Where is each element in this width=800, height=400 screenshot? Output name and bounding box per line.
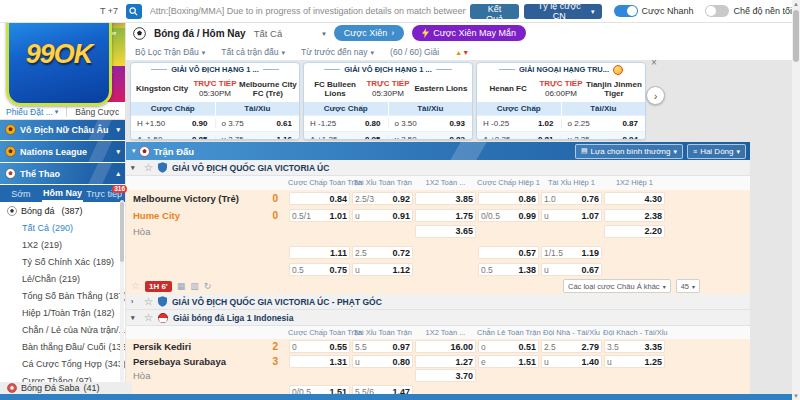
match-card[interactable]: GIẢI VÔ ĐỊCH HẠNG 1 ... Kingston City TR… xyxy=(130,62,300,140)
sidebar-section-sports[interactable]: Thể Thao ▴ xyxy=(0,163,125,185)
sort-icon[interactable]: ▲▼ xyxy=(455,47,469,57)
odds-cell[interactable]: o0.51 xyxy=(478,340,539,353)
more-bets-count-dropdown[interactable]: 45 ▾ xyxy=(676,279,700,293)
odds-row[interactable]: A +0.250.81 u 2.250.94 xyxy=(477,131,645,140)
sidebar-item-1x2[interactable]: 1X2(219) xyxy=(0,236,125,253)
match-filter-dropdown[interactable]: Bộ Lọc Trận Đấu▾ xyxy=(135,47,205,57)
rows-mode-dropdown[interactable]: ≡ Hai Dòng ▾ xyxy=(687,144,746,159)
chart-icon[interactable]: ▥ xyxy=(190,281,199,291)
sidebar-section-nations-league[interactable]: Nations League ▾ xyxy=(0,141,125,163)
favorite-star-icon[interactable]: ☆ xyxy=(131,281,140,291)
odds-cell[interactable]: 0.51.38 xyxy=(478,263,539,276)
odds-cell[interactable]: 16.00 xyxy=(415,340,476,353)
quick-bet-toggle[interactable]: Cược Nhanh xyxy=(614,5,694,17)
subtab-live[interactable]: Trực tiếp 316 xyxy=(83,185,125,202)
subtab-today[interactable]: Hôm Nay xyxy=(42,185,84,202)
chevron-down-icon[interactable]: ▾ xyxy=(131,314,139,322)
league-header-liga1-indonesia[interactable]: ▾ ☆ Giải bóng đá Liga 1 Indonesia xyxy=(125,310,750,326)
all-matches-dropdown[interactable]: Tất cả trận đấu▾ xyxy=(221,47,285,57)
odds-cell[interactable]: u0.67 xyxy=(541,263,602,276)
favorite-star-icon[interactable]: ☆ xyxy=(144,297,153,307)
favorite-star-icon[interactable]: ☆ xyxy=(144,313,153,323)
odds-cell[interactable]: 1.27 xyxy=(415,355,476,368)
odds-cell[interactable]: 5.50.97 xyxy=(352,340,413,353)
scroll-up-icon[interactable]: ▲ xyxy=(792,1,800,7)
odds-cell[interactable]: 2.20 xyxy=(604,225,665,238)
match-card[interactable]: GIẢI NGOẠI HẠNG TRU... Henan FC TRỰC TIẾ… xyxy=(476,62,646,140)
chevron-down-icon[interactable]: ▾ xyxy=(132,147,136,155)
odds-cell[interactable]: 2.50.72 xyxy=(352,246,413,259)
sidebar-item-first-last-goal[interactable]: Bàn thắng Đầu/ Cuối(133) xyxy=(0,338,125,355)
favorite-star-icon[interactable]: ☆ xyxy=(144,163,153,173)
odds-cell[interactable]: 0.84 xyxy=(289,192,350,205)
sidebar-item-odd-even[interactable]: Lẻ/Chẵn(219) xyxy=(0,270,125,287)
odds-cell[interactable]: u1.07 xyxy=(541,209,602,222)
dark-mode-toggle[interactable]: Chế độ nền tối xyxy=(705,5,792,17)
sidebar-item-saba-soccer[interactable]: Bóng Đá Saba (41) xyxy=(0,382,132,394)
parlay-button[interactable]: Cược Xiên › xyxy=(334,25,404,41)
close-icon[interactable]: × xyxy=(651,57,657,68)
more-bets-dropdown[interactable]: Các loại cược Châu Á khác ▾ xyxy=(563,279,671,293)
odds-row[interactable]: A -1.500.85 u 3.751.16 xyxy=(131,131,299,140)
odds-cell[interactable]: u1.25 xyxy=(604,355,665,368)
odds-cell[interactable]: u1.12 xyxy=(352,263,413,276)
chevron-down-icon[interactable]: ▾ xyxy=(131,164,139,172)
odds-cell[interactable]: 2.52.79 xyxy=(541,340,602,353)
odds-cell[interactable]: 3.53.35 xyxy=(604,340,665,353)
sidebar-item-all[interactable]: Tất Cả(290) xyxy=(0,219,125,236)
odds-cell[interactable]: 1.31 xyxy=(289,355,350,368)
league-filter-select[interactable]: Tất Cả ▾ xyxy=(254,28,326,39)
odds-cell[interactable]: u0.91 xyxy=(352,209,413,222)
search-button[interactable] xyxy=(126,4,142,19)
scroll-down-icon[interactable]: ▼ xyxy=(792,393,800,399)
subtab-early[interactable]: Sớm xyxy=(0,185,42,202)
match-card[interactable]: GIẢI VÔ ĐỊCH HẠNG 1 ... FC Bulleen Lions… xyxy=(303,62,473,140)
odds-cell[interactable]: 1.11 xyxy=(289,246,350,259)
odds-cell[interactable]: e1.51 xyxy=(478,355,539,368)
odds-cell[interactable]: 3.70 xyxy=(415,369,476,382)
odds-cell[interactable]: 3.85 xyxy=(415,192,476,205)
sidebar-scrollbar[interactable] xyxy=(120,200,124,382)
sidebar-item-half-odd-even[interactable]: Chẵn / Lẻ của Nửa trận/...(178) xyxy=(0,321,125,338)
odds-cell[interactable]: 0.50.75 xyxy=(289,263,350,276)
lucky-parlay-button[interactable]: Cược Xiên May Mắn xyxy=(412,25,526,41)
odds-cell[interactable]: 1/1.51.19 xyxy=(541,246,602,259)
view-mode-dropdown[interactable]: ▤ Lựa chọn bình thường ▾ xyxy=(575,144,683,159)
sidebar-item-mix-parlay[interactable]: Cá Cược Tổng Hợp(343) xyxy=(0,355,125,372)
time-range-dropdown[interactable]: Từ trước đến nay▾ xyxy=(301,47,374,57)
odds-cell[interactable]: 0.5/11.01 xyxy=(289,209,350,222)
league-header-victoria-corners[interactable]: › ☆ GIẢI VÔ ĐỊCH QUỐC GIA VICTORIA ÚC - … xyxy=(125,294,750,310)
odds-cell[interactable]: 4.30 xyxy=(604,192,665,205)
league-header-victoria[interactable]: ▾ ☆ GIẢI VÔ ĐỊCH QUỐC GIA VICTORIA ÚC xyxy=(125,160,750,176)
tab-bet-board[interactable]: Bảng Cược xyxy=(75,107,119,117)
carousel-next-button[interactable]: › xyxy=(646,86,665,105)
sidebar-item-football[interactable]: Bóng đá (387) xyxy=(0,202,125,219)
sidebar-item-ht-ft[interactable]: Hiệp 1/Toàn Trận(182) xyxy=(0,304,125,321)
odds-cell[interactable]: 3.65 xyxy=(415,225,476,238)
odds-row[interactable]: H -0.251.02 o 2.250.87 xyxy=(477,115,645,131)
page-scrollbar[interactable]: ▲ ▼ xyxy=(792,0,800,400)
odds-cell[interactable]: 1.75 xyxy=(415,209,476,222)
odds-cell[interactable]: 00.55 xyxy=(289,340,350,353)
odds-cell[interactable]: 2.38 xyxy=(604,209,665,222)
odds-row[interactable]: A +1.250.95 u 3.500.82 xyxy=(304,131,472,140)
results-button[interactable]: Kết Quả xyxy=(470,4,518,19)
odds-row[interactable]: H +1.500.90 o 3.750.61 xyxy=(131,115,299,131)
sidebar-item-correct-score[interactable]: Tỷ Số Chính Xác(189) xyxy=(0,253,125,270)
scrollbar-thumb[interactable] xyxy=(793,10,799,62)
odds-cell[interactable]: 0.57 xyxy=(478,246,539,259)
odds-type-dropdown[interactable]: Tỷ lệ cược CN ▾ xyxy=(524,4,602,19)
odds-cell[interactable]: 1.00.76 xyxy=(541,192,602,205)
stats-icon[interactable]: ▦ xyxy=(177,281,186,291)
sidebar-item-total-goals[interactable]: Tổng Số Bàn Thắng(187) xyxy=(0,287,125,304)
chevron-right-icon[interactable]: › xyxy=(131,298,139,305)
odds-cell[interactable]: u0.80 xyxy=(352,355,413,368)
odds-cell[interactable]: 0.86 xyxy=(478,192,539,205)
odds-cell[interactable]: 0/0.50.99 xyxy=(478,209,539,222)
odds-cell[interactable]: u1.40 xyxy=(541,355,602,368)
odds-cell[interactable]: 2.5/30.92 xyxy=(352,192,413,205)
sidebar-section-euro-women[interactable]: Vô Địch Nữ Châu Âu ▾ xyxy=(0,119,125,141)
refresh-icon[interactable]: ↻ xyxy=(204,281,212,291)
tab-bet-slip[interactable]: Phiếu Đặt ... ▾ xyxy=(6,107,58,117)
odds-row[interactable]: H -1.250.80 o 3.500.93 xyxy=(304,115,472,131)
